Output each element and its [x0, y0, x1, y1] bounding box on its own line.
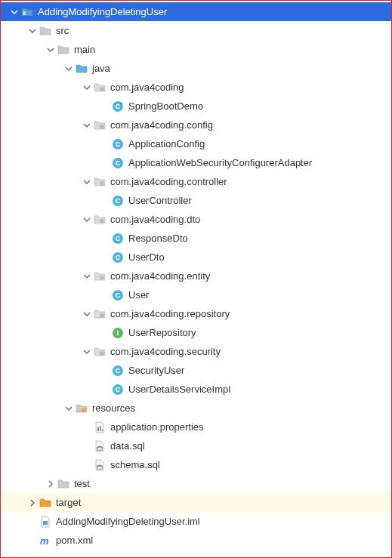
tree-node[interactable]: java [1, 59, 391, 78]
package-icon [93, 270, 106, 283]
svg-point-17 [100, 276, 104, 280]
tree-node[interactable]: target [1, 493, 391, 512]
tree-node[interactable]: CUserController [1, 191, 391, 210]
svg-text:C: C [116, 386, 121, 393]
project-folder-icon [20, 5, 34, 19]
tree-node-label: target [55, 497, 81, 508]
tree-node-label: src [55, 25, 69, 36]
tree-node-label: SpringBootDemo [128, 100, 203, 112]
tree-node[interactable]: IUserRepository [1, 323, 391, 342]
chevron-right-icon[interactable] [26, 497, 39, 509]
chevron-down-icon[interactable] [26, 25, 39, 37]
tree-node[interactable]: CUserDetailsServiceImpl [1, 380, 391, 399]
svg-rect-28 [82, 408, 86, 412]
svg-point-20 [100, 313, 104, 318]
tree-node-label: com.java4coding.config [110, 119, 213, 131]
package-icon [93, 307, 106, 321]
tree-node[interactable]: AddingModifyingDeletingUser.iml [1, 512, 391, 531]
tree-node[interactable]: AddingModifyingDeletingUser [1, 2, 391, 21]
tree-node[interactable]: com.java4coding.config [1, 116, 391, 134]
arrow-placeholder [99, 365, 111, 377]
tree-node[interactable]: CApplicationConfig [1, 134, 391, 153]
svg-rect-31 [102, 429, 103, 431]
tree-node[interactable]: resources [1, 399, 391, 418]
tree-node-label: User [128, 289, 149, 301]
chevron-down-icon[interactable] [63, 63, 75, 75]
tree-node[interactable]: schema.sql [1, 455, 391, 474]
arrow-placeholder [99, 289, 111, 301]
tree-node[interactable]: CSpringBootDemo [1, 97, 391, 116]
folder-resources-icon [75, 402, 88, 415]
class-icon: C [111, 251, 125, 264]
tree-node[interactable]: src [1, 21, 391, 40]
iml-file-icon [39, 515, 52, 529]
arrow-placeholder [81, 421, 93, 433]
chevron-down-icon[interactable] [81, 82, 93, 94]
tree-node[interactable]: CApplicationWebSecurityConfigurerAdapter [1, 153, 391, 172]
chevron-down-icon[interactable] [81, 346, 93, 358]
arrow-placeholder [99, 251, 111, 264]
arrow-placeholder [99, 157, 111, 169]
tree-node[interactable]: CResponseDto [1, 229, 391, 248]
chevron-down-icon[interactable] [81, 119, 93, 131]
tree-node-label: ResponseDto [128, 233, 188, 244]
tree-node[interactable]: main [1, 40, 391, 59]
tree-node[interactable]: com.java4coding.security [1, 342, 391, 361]
svg-text:C: C [116, 159, 121, 167]
svg-text:C: C [116, 103, 121, 110]
package-icon [93, 81, 106, 94]
svg-point-4 [100, 125, 104, 129]
folder-gray-icon [39, 24, 52, 38]
chevron-down-icon[interactable] [45, 44, 57, 56]
class-run-icon: C [111, 100, 125, 113]
svg-text:m: m [40, 535, 49, 547]
tree-node-label: UserRepository [128, 327, 196, 338]
tree-node[interactable]: CUser [1, 285, 391, 304]
svg-point-12 [100, 219, 104, 224]
svg-point-33 [97, 464, 103, 467]
class-icon: C [111, 232, 125, 245]
folder-gray-icon [57, 477, 70, 491]
svg-text:I: I [117, 329, 119, 337]
tree-node[interactable]: data.sql [1, 436, 391, 455]
tree-node[interactable]: com.java4coding [1, 78, 391, 97]
tree-node[interactable]: application.properties [1, 418, 391, 436]
tree-node[interactable]: CUserDto [1, 248, 391, 267]
tree-node[interactable]: com.java4coding.repository [1, 304, 391, 323]
tree-node-label: ApplicationWebSecurityConfigurerAdapter [128, 157, 312, 168]
tree-node-label: UserDetailsServiceImpl [128, 384, 230, 395]
class-icon: C [111, 288, 125, 302]
class-icon: C [111, 156, 125, 170]
class-icon: C [111, 383, 125, 396]
tree-node[interactable]: test [1, 474, 391, 493]
tree-node[interactable]: com.java4coding.dto [1, 210, 391, 229]
svg-point-32 [97, 445, 103, 448]
tree-node[interactable]: CSecurityUser [1, 361, 391, 380]
tree-node-label: com.java4coding.dto [110, 214, 200, 225]
package-icon [93, 119, 106, 132]
arrow-placeholder [99, 195, 111, 207]
project-tree[interactable]: AddingModifyingDeletingUsersrcmainjavaco… [1, 1, 391, 551]
svg-text:C: C [116, 140, 121, 148]
tree-node-label: com.java4coding.security [110, 346, 221, 357]
class-icon: C [111, 137, 125, 151]
properties-file-icon [93, 421, 106, 434]
chevron-down-icon[interactable] [63, 402, 75, 415]
tree-node[interactable]: mpom.xml [1, 531, 391, 550]
tree-node[interactable]: com.java4coding.controller [1, 172, 391, 191]
chevron-right-icon[interactable] [45, 478, 57, 490]
interface-icon: I [111, 326, 125, 340]
chevron-down-icon[interactable] [81, 214, 93, 226]
chevron-down-icon[interactable] [81, 270, 93, 282]
tree-node-label: ApplicationConfig [128, 138, 205, 150]
tree-node-label: com.java4coding.entity [110, 270, 210, 282]
arrow-placeholder [99, 100, 111, 113]
svg-text:C: C [116, 197, 121, 205]
tree-node[interactable]: com.java4coding.entity [1, 267, 391, 285]
chevron-down-icon[interactable] [81, 176, 93, 188]
chevron-down-icon[interactable] [81, 308, 93, 320]
tree-node-label: java [91, 63, 110, 74]
chevron-down-icon[interactable] [8, 6, 20, 18]
tree-node-label: pom.xml [55, 535, 93, 546]
arrow-placeholder [81, 440, 93, 452]
